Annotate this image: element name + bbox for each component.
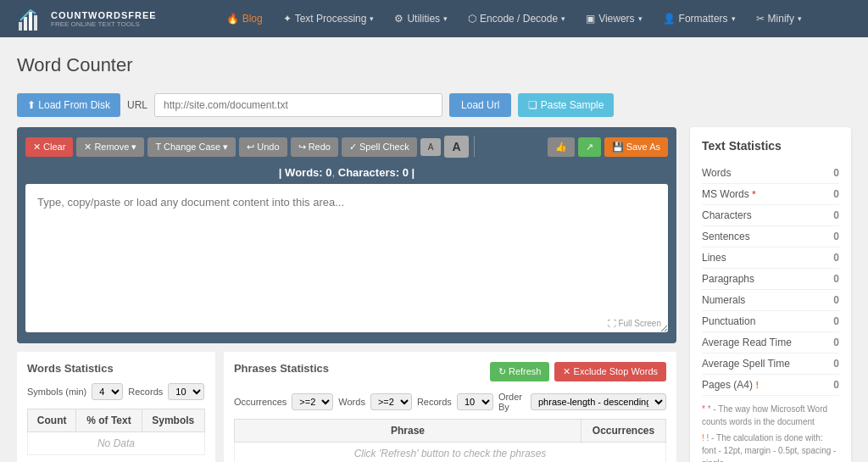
chevron-down-icon: ▾	[370, 14, 374, 23]
stat-punctuation-label: Punctuation	[702, 315, 755, 327]
refresh-button[interactable]: ↻ Refresh	[490, 362, 550, 381]
phrases-stats-table: Phrase Occurrences Click 'Refresh' butto…	[234, 419, 666, 462]
stat-numerals: Numerals 0	[702, 290, 839, 311]
load-from-disk-button[interactable]: ⬆ Load From Disk	[17, 93, 120, 117]
paste-sample-button[interactable]: ❏ Paste Sample	[518, 93, 614, 117]
col-occurrences: Occurrences	[581, 420, 666, 443]
records-filter-label: Records	[417, 397, 452, 407]
no-data-cell: No Data	[28, 432, 205, 455]
stat-avg-read: Average Read Time 0	[702, 332, 839, 353]
records-label: Records	[128, 387, 163, 397]
share-button[interactable]: ↗	[578, 137, 601, 157]
fullscreen-button[interactable]: ⛶ Full Screen	[608, 319, 661, 328]
phrases-records-select[interactable]: 102050	[457, 393, 493, 410]
stat-pages: Pages (A4) ! 0	[702, 375, 839, 396]
symbols-label: Symbols (min)	[27, 387, 86, 397]
word-count-bar: | Words: 0, Characters: 0 |	[25, 166, 668, 179]
stat-paragraphs-value: 0	[833, 273, 839, 285]
phrases-stats-panel: Phrases Statistics ↻ Refresh ✕ Exclude S…	[224, 352, 676, 462]
url-bar: ⬆ Load From Disk URL Load Url ❏ Paste Sa…	[17, 93, 851, 117]
feedback-button[interactable]: 👍	[548, 137, 575, 157]
remove-button[interactable]: ✕ Remove ▾	[76, 137, 144, 157]
words-stats-controls: Symbols (min) 4235 Records 102050	[27, 383, 205, 400]
toolbar: ✕ Clear ✕ Remove ▾ T Change Case ▾ ↩ Und…	[25, 136, 668, 158]
stat-characters-value: 0	[833, 209, 839, 221]
words-stats-table: Count % of Text Symbols No Data	[27, 409, 205, 455]
thumbs-icon: 👍	[555, 142, 567, 153]
stat-punctuation: Punctuation 0	[702, 311, 839, 332]
text-statistics-panel: Text Statistics Words 0 MS Words * 0 Cha…	[690, 127, 851, 462]
viewers-icon: ▣	[586, 13, 595, 25]
brand-text: COUNTWORDSFREE FREE ONLINE TEXT TOOLS	[51, 10, 157, 28]
footnote-bang: ! ! - The calculation is done with: font…	[702, 431, 839, 462]
stats-title: Text Statistics	[702, 139, 839, 153]
stat-ms-words-label: MS Words *	[702, 188, 755, 200]
stat-lines-label: Lines	[702, 252, 726, 264]
stat-avg-spell-label: Average Spell Time	[702, 358, 790, 370]
nav-text-processing[interactable]: ✦ Text Processing ▾	[275, 8, 383, 30]
stat-lines: Lines 0	[702, 248, 839, 269]
clear-button[interactable]: ✕ Clear	[25, 137, 73, 157]
phrases-no-data-cell: Click 'Refresh' button to check the phra…	[234, 443, 665, 463]
phrases-header: Phrases Statistics ↻ Refresh ✕ Exclude S…	[234, 362, 666, 383]
occurrences-select[interactable]: >=2>=3>=5	[292, 393, 333, 410]
main-editor[interactable]	[25, 184, 668, 332]
fire-icon: 🔥	[226, 13, 239, 25]
nav-viewers[interactable]: ▣ Viewers ▾	[577, 8, 650, 30]
gear-icon: ⚙	[394, 13, 403, 25]
stat-avg-spell: Average Spell Time 0	[702, 353, 839, 375]
font-larger-button[interactable]: A	[444, 136, 468, 158]
records-select[interactable]: 102050	[168, 383, 204, 400]
stat-sentences-value: 0	[833, 231, 839, 242]
font-smaller-button[interactable]: A	[420, 138, 442, 156]
text-icon: ✦	[283, 13, 292, 25]
brand[interactable]: COUNTWORDSFREE FREE ONLINE TEXT TOOLS	[14, 3, 157, 34]
stat-paragraphs-label: Paragraphs	[702, 273, 754, 285]
exclude-stop-words-button[interactable]: ✕ Exclude Stop Words	[554, 362, 666, 381]
svg-rect-2	[24, 17, 27, 31]
stat-sentences-label: Sentences	[702, 231, 750, 242]
load-url-button[interactable]: Load Url	[449, 93, 511, 117]
undo-button[interactable]: ↩ Undo	[239, 137, 287, 157]
stat-words: Words 0	[702, 163, 839, 184]
logo-icon	[14, 3, 44, 34]
chevron-down-icon: ▾	[561, 14, 565, 23]
save-as-button[interactable]: 💾 Save As	[604, 137, 668, 157]
nav-formatters[interactable]: 👤 Formatters ▾	[654, 8, 744, 30]
pages-badge: !	[755, 380, 759, 390]
share-icon: ↗	[586, 142, 593, 153]
stat-pages-label: Pages (A4) !	[702, 379, 759, 391]
nav-minify[interactable]: ✂ Minify ▾	[748, 8, 810, 30]
editor-section: ✕ Clear ✕ Remove ▾ T Change Case ▾ ↩ Und…	[17, 127, 676, 462]
stat-characters-label: Characters	[702, 209, 752, 221]
occurrences-label: Occurrences	[234, 397, 287, 407]
nav-utilities[interactable]: ⚙ Utilities ▾	[386, 8, 456, 30]
stat-ms-words-value: 0	[833, 188, 839, 200]
order-by-select[interactable]: phrase-length - descending occurrences -…	[531, 393, 666, 410]
nav-encode-decode[interactable]: ⬡ Encode / Decode ▾	[459, 8, 574, 30]
chevron-down-icon: ▾	[732, 14, 736, 23]
svg-rect-1	[19, 22, 22, 31]
minify-icon: ✂	[756, 13, 765, 25]
stat-avg-read-label: Average Read Time	[702, 337, 792, 348]
chevron-down-icon: ▾	[638, 14, 643, 23]
stat-numerals-label: Numerals	[702, 294, 745, 306]
stat-words-value: 0	[833, 167, 839, 179]
spell-check-button[interactable]: ✓ Spell Check	[342, 137, 417, 157]
chevron-down-icon: ▾	[443, 14, 448, 23]
stat-words-label: Words	[702, 167, 731, 179]
words-select[interactable]: >=2>=3>=4	[370, 393, 412, 410]
page-wrapper: Word Counter ⬆ Load From Disk URL Load U…	[0, 37, 868, 462]
change-case-button[interactable]: T Change Case ▾	[147, 137, 236, 157]
col-count: Count	[28, 409, 76, 432]
chevron-down-icon: ▾	[223, 142, 228, 153]
toolbar-right: 👍 ↗ 💾 Save As	[548, 137, 668, 157]
col-phrase: Phrase	[234, 420, 581, 443]
symbols-select[interactable]: 4235	[92, 383, 123, 400]
words-stats-panel: Words Statistics Symbols (min) 4235 Reco…	[17, 352, 215, 462]
redo-button[interactable]: ↪ Redo	[291, 137, 338, 157]
nav-blog[interactable]: 🔥 Blog	[218, 8, 271, 30]
url-input[interactable]	[154, 93, 442, 117]
navbar: COUNTWORDSFREE FREE ONLINE TEXT TOOLS 🔥 …	[0, 0, 868, 37]
stat-ms-words: MS Words * 0	[702, 184, 839, 205]
